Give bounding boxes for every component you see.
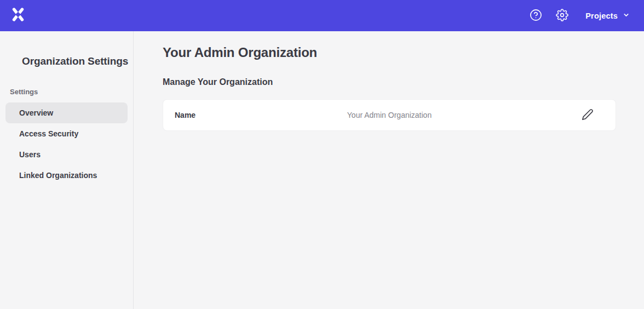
- top-navigation-bar: Projects: [0, 0, 644, 31]
- page-title: Your Admin Organization: [163, 45, 616, 60]
- sidebar-item-label: Access Security: [19, 129, 78, 138]
- pencil-icon: [582, 108, 594, 122]
- sidebar-item-label: Users: [19, 150, 41, 159]
- projects-dropdown-label: Projects: [585, 12, 618, 20]
- sidebar-item-label: Linked Organizations: [19, 171, 97, 180]
- help-button[interactable]: [528, 9, 543, 23]
- organization-name-row: Name Your Admin Organization: [163, 99, 616, 131]
- projects-dropdown[interactable]: Projects: [585, 12, 630, 20]
- chevron-down-icon: [618, 12, 630, 20]
- sidebar-item-linked-organizations[interactable]: Linked Organizations: [5, 165, 128, 186]
- settings-button[interactable]: [555, 9, 569, 23]
- help-circle-icon: [530, 9, 542, 23]
- settings-sidebar: Organization Settings Settings Overview …: [0, 31, 134, 309]
- sidebar-title: Organization Settings: [22, 55, 133, 67]
- sidebar-item-access-security[interactable]: Access Security: [5, 123, 128, 144]
- gear-icon: [556, 9, 568, 23]
- sidebar-item-users[interactable]: Users: [5, 144, 128, 165]
- sidebar-nav: Overview Access Security Users Linked Or…: [0, 102, 133, 186]
- name-field-label: Name: [175, 111, 196, 119]
- sidebar-item-label: Overview: [19, 108, 53, 117]
- name-field-value: Your Admin Organization: [163, 111, 616, 119]
- edit-name-button[interactable]: [580, 108, 595, 122]
- sidebar-section-label: Settings: [10, 88, 133, 96]
- x-logo-icon: [11, 14, 25, 24]
- sidebar-item-overview[interactable]: Overview: [5, 102, 128, 123]
- section-title: Manage Your Organization: [163, 77, 616, 87]
- main-panel: Your Admin Organization Manage Your Orga…: [134, 31, 644, 309]
- brand-area[interactable]: [11, 7, 25, 24]
